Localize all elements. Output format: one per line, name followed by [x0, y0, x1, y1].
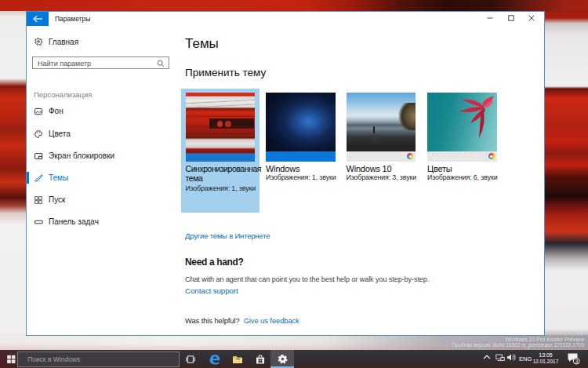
svg-text:3: 3 [575, 359, 578, 364]
